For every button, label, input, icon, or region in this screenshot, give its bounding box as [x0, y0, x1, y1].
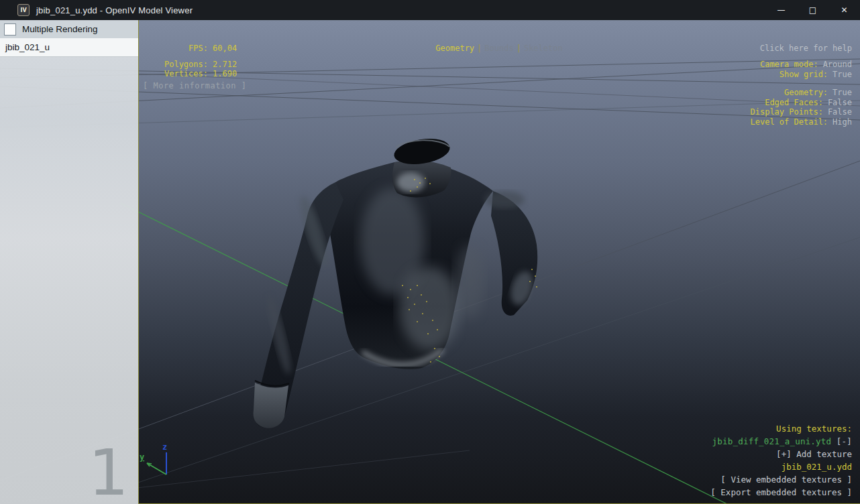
add-texture-button[interactable]: [+] Add texture	[710, 448, 852, 460]
window-title: jbib_021_u.ydd - OpenIV Model Viewer	[36, 5, 193, 15]
minimize-button[interactable]: —	[765, 0, 797, 20]
level-of-detail-row[interactable]: Level of Detail: High	[751, 117, 853, 127]
geometry-toggle-row[interactable]: Geometry: True	[751, 88, 853, 98]
remove-texture-button[interactable]: [-]	[837, 436, 852, 446]
polygons-row: Polygons:2.712	[143, 60, 237, 69]
vertices-row: Vertices:1.690	[143, 69, 237, 78]
close-button[interactable]: ✕	[828, 0, 860, 20]
axis-gizmo: z y	[140, 442, 167, 475]
model-jbib-sweater	[254, 135, 538, 428]
view-embedded-textures-button[interactable]: [ View embedded textures ]	[710, 473, 852, 486]
model-viewer-main: z y Multiple Rendering jbib_021_u 1 FPS:…	[0, 20, 860, 504]
multiple-rendering-checkbox[interactable]	[4, 23, 16, 36]
drawable-index-watermark: 1	[89, 446, 129, 500]
textures-block: Using textures: jbib_diff_021_a_uni.ytd …	[710, 422, 852, 499]
multiple-rendering-label: Multiple Rendering	[22, 24, 98, 34]
model-file-name: jbib_021_u.ydd	[710, 460, 852, 473]
more-information-button[interactable]: [ More information ]	[143, 81, 247, 90]
camera-settings-block: Camera mode: Around Show grid: True	[760, 60, 852, 79]
export-embedded-textures-button[interactable]: [ Export embedded textures ]	[710, 486, 852, 499]
using-textures-header: Using textures:	[710, 422, 852, 435]
axis-y-label: y	[140, 452, 144, 462]
sidebar: Multiple Rendering jbib_021_u 1	[0, 20, 138, 504]
window-controls: — □ ✕	[765, 0, 860, 20]
tab-geometry[interactable]: Geometry	[435, 44, 474, 53]
multiple-rendering-row[interactable]: Multiple Rendering	[0, 20, 138, 38]
sidebar-item-jbib-021-u[interactable]: jbib_021_u	[0, 38, 138, 57]
render-settings-block: Geometry: True Edged Faces: False Displa…	[751, 88, 853, 127]
display-points-toggle-row[interactable]: Display Points: False	[751, 107, 853, 117]
edged-faces-toggle-row[interactable]: Edged Faces: False	[751, 98, 853, 108]
camera-mode-row[interactable]: Camera mode: Around	[760, 60, 852, 70]
tab-skeleton[interactable]: Skeleton	[524, 44, 563, 53]
tab-bounds[interactable]: Bounds	[484, 44, 513, 53]
help-link[interactable]: Click here for help	[760, 44, 852, 53]
titlebar: IV jbib_021_u.ydd - OpenIV Model Viewer …	[0, 0, 860, 20]
view-mode-tabs: Geometry|Bounds|Skeleton	[138, 44, 860, 53]
show-grid-row[interactable]: Show grid: True	[760, 70, 852, 80]
maximize-button[interactable]: □	[797, 0, 828, 20]
texture-file-link[interactable]: jbib_diff_021_a_uni.ytd	[712, 436, 832, 446]
openiv-app-icon: IV	[17, 4, 30, 16]
axis-z-label: z	[162, 442, 167, 452]
